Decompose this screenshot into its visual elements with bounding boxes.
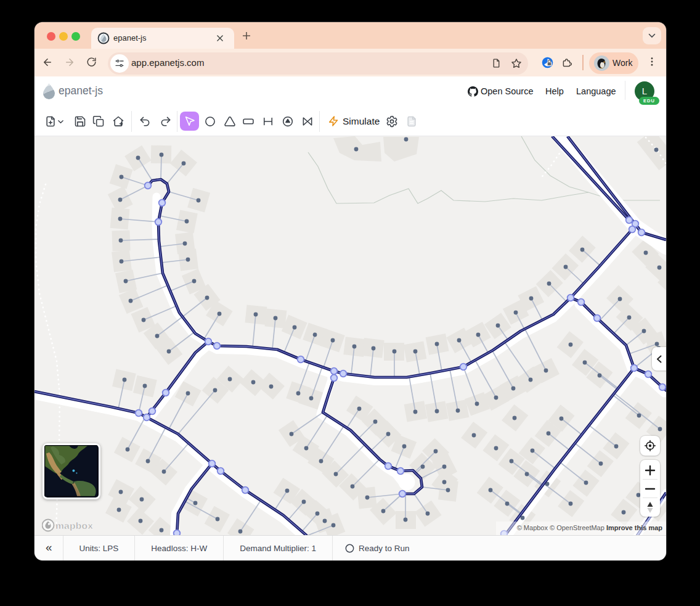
svg-text:mapbox: mapbox: [55, 520, 93, 531]
